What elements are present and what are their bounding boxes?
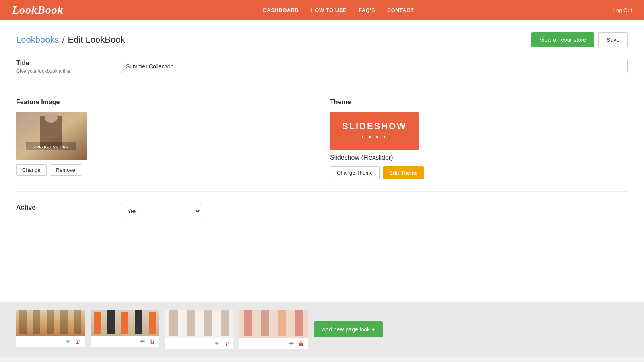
nav-faqs[interactable]: FAQ'S [359, 7, 375, 13]
logo: LookBook [12, 4, 64, 16]
look-image-3 [165, 310, 233, 338]
breadcrumb-current: Edit LookBook [68, 35, 125, 45]
svg-point-2 [45, 113, 58, 123]
look4-figure-1 [244, 310, 252, 336]
theme-label: Theme [330, 99, 628, 106]
look1-figure-1 [19, 310, 27, 334]
change-theme-button[interactable]: Change Theme [330, 166, 380, 179]
change-image-button[interactable]: Change [16, 164, 47, 176]
theme-col: Theme SLIDESHOW • • • • Slideshow (Flexs… [330, 99, 628, 179]
look-actions-2: ✏ 🗑 [91, 336, 159, 347]
look1-figure-5 [74, 310, 81, 334]
header: LookBook DASHBOARD HOW TO USE FAQ'S CONT… [0, 0, 644, 20]
nav-dashboard[interactable]: DASHBOARD [263, 7, 299, 13]
look2-figure-3 [121, 312, 128, 334]
look-image-1 [16, 310, 85, 336]
svg-text:COLLECTION TWO: COLLECTION TWO [34, 145, 69, 148]
look-actions-1: ✏ 🗑 [16, 336, 85, 347]
look3-figure-4 [221, 310, 229, 336]
title-field-col [121, 60, 628, 74]
look3-edit-icon[interactable]: ✏ [215, 340, 220, 347]
look4-delete-icon[interactable]: 🗑 [298, 340, 304, 347]
look3-delete-icon[interactable]: 🗑 [224, 340, 229, 347]
edit-theme-button[interactable]: Edit Theme [383, 166, 424, 179]
save-button[interactable]: Save [598, 32, 628, 47]
breadcrumb: Lookbooks / Edit LookBook View on your s… [16, 32, 628, 47]
theme-preview-dots: • • • • [361, 134, 387, 141]
feature-image-col: Feature Image [16, 99, 314, 179]
page-looks-strip: ✏ 🗑 ✏ 🗑 ✏ 🗑 [0, 302, 644, 357]
main-content: Lookbooks / Edit LookBook View on your s… [0, 20, 644, 302]
theme-preview-title: SLIDESHOW [342, 121, 407, 132]
look2-figure-2 [107, 310, 115, 334]
title-label-col: Title Give your lookbook a title. [16, 60, 105, 74]
active-select[interactable]: Yes No [121, 204, 201, 218]
look-actions-3: ✏ 🗑 [165, 338, 233, 349]
remove-image-button[interactable]: Remove [50, 164, 81, 176]
look2-figure-1 [94, 312, 101, 334]
breadcrumb-actions: View on your store Save [531, 32, 628, 47]
look1-edit-icon[interactable]: ✏ [66, 338, 71, 345]
active-field-col: Yes No [121, 204, 201, 218]
look1-figure-3 [47, 310, 54, 334]
look4-figure-4 [295, 310, 303, 336]
look-actions-4: ✏ 🗑 [239, 338, 308, 349]
nav-contact[interactable]: CONTACT [387, 7, 414, 13]
feature-image-svg: COLLECTION TWO [16, 112, 87, 160]
feature-theme-section: Feature Image [16, 99, 628, 192]
add-look-button[interactable]: Add new page look + [314, 321, 383, 337]
look-card-3: ✏ 🗑 [165, 310, 233, 349]
view-store-button[interactable]: View on your store [531, 32, 594, 47]
look1-delete-icon[interactable]: 🗑 [75, 338, 80, 345]
look3-figure-3 [204, 310, 212, 336]
feature-image-box: COLLECTION TWO [16, 112, 87, 160]
theme-buttons: Change Theme Edit Theme [330, 166, 628, 179]
look4-figure-3 [278, 310, 286, 336]
look-card-4: ✏ 🗑 [239, 310, 308, 349]
main-nav: DASHBOARD HOW TO USE FAQ'S CONTACT [263, 7, 414, 13]
look1-figure-2 [33, 310, 40, 334]
look2-figure-4 [135, 310, 142, 334]
look1-figure-4 [60, 310, 68, 334]
logout-button[interactable]: Log Out [613, 7, 632, 13]
look2-delete-icon[interactable]: 🗑 [149, 338, 155, 345]
title-section: Title Give your lookbook a title. [16, 60, 628, 86]
look-image-2 [91, 310, 159, 336]
title-description: Give your lookbook a title. [16, 68, 105, 74]
look-image-4 [239, 310, 308, 338]
look4-edit-icon[interactable]: ✏ [289, 340, 294, 347]
look3-figure-1 [169, 310, 178, 336]
title-label: Title [16, 60, 105, 67]
look2-figure-5 [149, 312, 156, 334]
theme-preview: SLIDESHOW • • • • [330, 112, 419, 150]
active-label: Active [16, 204, 105, 211]
active-label-col: Active [16, 204, 105, 218]
breadcrumb-separator: / [62, 35, 64, 45]
look2-edit-icon[interactable]: ✏ [140, 338, 145, 345]
image-buttons: Change Remove [16, 164, 314, 176]
feature-image-preview: COLLECTION TWO [16, 112, 87, 160]
look-card-1: ✏ 🗑 [16, 310, 85, 347]
breadcrumb-link[interactable]: Lookbooks [16, 35, 59, 45]
look-card-2: ✏ 🗑 [91, 310, 159, 347]
theme-name: Slideshow (Flexslider) [330, 154, 628, 161]
feature-image-label: Feature Image [16, 99, 314, 106]
title-input[interactable] [121, 60, 628, 73]
look3-figure-2 [187, 310, 195, 336]
breadcrumb-left: Lookbooks / Edit LookBook [16, 35, 125, 45]
nav-how-to-use[interactable]: HOW TO USE [311, 7, 347, 13]
look4-figure-2 [261, 310, 269, 336]
active-section: Active Yes No [16, 204, 628, 218]
